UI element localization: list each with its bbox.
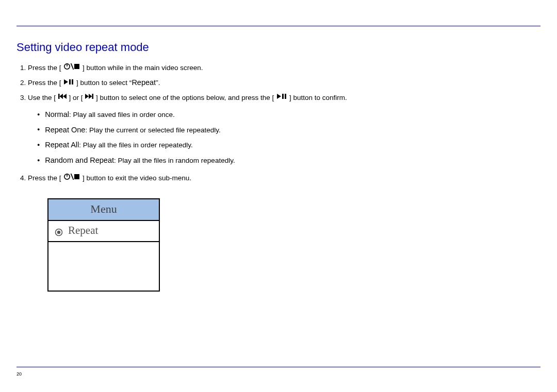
svg-rect-20 — [74, 174, 79, 179]
menu-item-repeat: Repeat — [48, 221, 159, 242]
bottom-rule — [17, 367, 540, 367]
svg-marker-14 — [277, 94, 281, 99]
svg-rect-7 — [58, 94, 60, 99]
svg-rect-5 — [69, 79, 71, 84]
play-pause-icon — [63, 76, 74, 90]
option-random-name: Random and Repeat — [45, 156, 114, 164]
svg-line-19 — [71, 174, 74, 180]
svg-marker-12 — [89, 94, 92, 99]
svg-marker-11 — [85, 94, 89, 99]
step-4-text-b: ] button to exit the video sub-menu. — [83, 174, 191, 182]
step-1-text-a: Press the [ — [28, 64, 61, 72]
option-repeat-one-desc: : Play the current or selected file repe… — [85, 126, 220, 134]
menu-empty-area — [48, 242, 159, 291]
step-4: Press the [ ] button to exit the video s… — [28, 172, 540, 185]
step-2-text-d: ”. — [156, 79, 160, 87]
play-pause-icon — [276, 91, 287, 104]
option-repeat-all: Repeat All: Play all the files in order … — [37, 138, 540, 152]
svg-marker-4 — [64, 79, 68, 84]
step-1: Press the [ ] button while in the main v… — [28, 61, 540, 75]
svg-point-22 — [57, 231, 60, 234]
svg-marker-10 — [59, 94, 63, 99]
step-2-text-a: Press the [ — [28, 79, 61, 87]
page-number: 20 — [17, 371, 22, 377]
option-repeat-all-desc: : Play all the files in order repeatedly… — [79, 141, 192, 149]
step-2-repeat-word: Repeat — [132, 78, 156, 87]
menu-title: Menu — [48, 199, 159, 221]
instruction-list: Press the [ ] button while in the main v… — [17, 61, 540, 185]
top-rule — [17, 26, 540, 26]
option-random-repeat: Random and Repeat: Play all the files in… — [37, 154, 540, 168]
skip-back-icon — [58, 91, 67, 104]
menu-screenshot: Menu Repeat — [47, 198, 160, 292]
section-heading: Setting video repeat mode — [17, 41, 540, 54]
skip-forward-icon — [85, 91, 93, 104]
option-repeat-all-name: Repeat All — [45, 141, 79, 149]
power-stop-icon — [63, 172, 80, 185]
step-2-text-b: ] button to select “ — [76, 79, 132, 87]
option-repeat-one-name: Repeat One — [45, 126, 85, 134]
svg-rect-3 — [74, 64, 79, 69]
step-3-text-c: ] button to select one of the options be… — [96, 94, 274, 101]
power-stop-icon — [63, 61, 80, 75]
step-1-text-b: ] button while in the main video screen. — [83, 64, 203, 72]
step-3-text-a: Use the [ — [28, 94, 56, 101]
menu-item-label: Repeat — [68, 224, 98, 237]
radio-icon — [55, 227, 63, 235]
option-random-desc: : Play all the files in random repeatedl… — [114, 157, 235, 164]
svg-rect-13 — [92, 94, 94, 99]
svg-rect-15 — [282, 94, 284, 99]
options-list: Normal: Play all saved files in order on… — [28, 108, 540, 167]
option-normal: Normal: Play all saved files in order on… — [37, 108, 540, 122]
svg-rect-6 — [72, 79, 73, 84]
option-repeat-one: Repeat One: Play the current or selected… — [37, 123, 540, 138]
step-3-text-d: ] button to confirm. — [289, 94, 347, 101]
svg-rect-16 — [285, 94, 286, 99]
step-2: Press the [ ] button to select “Repeat”. — [28, 76, 540, 90]
option-normal-desc: : Play all saved files in order once. — [69, 111, 175, 118]
svg-marker-9 — [63, 94, 67, 99]
step-4-text-a: Press the [ — [28, 174, 61, 182]
step-3: Use the [ ] or [ ] button to select one … — [28, 91, 540, 167]
option-normal-name: Normal — [45, 110, 69, 118]
svg-line-2 — [71, 63, 74, 70]
step-3-text-b: ] or [ — [69, 94, 83, 101]
